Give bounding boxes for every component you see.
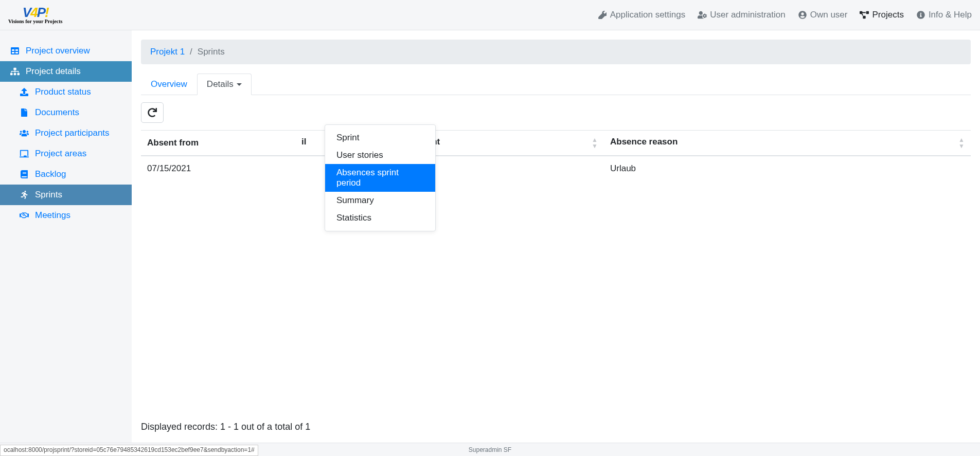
nav-own-user[interactable]: Own user (798, 10, 848, 20)
sidebar-label: Product status (35, 87, 91, 97)
dropdown-absences[interactable]: Absences sprint period (325, 164, 435, 192)
sidebar-label: Documents (35, 107, 79, 118)
browser-statusbar: ocalhost:8000/projsprint/?storeid=05c76e… (0, 445, 258, 456)
tab-overview[interactable]: Overview (141, 74, 197, 95)
sidebar-sprints[interactable]: Sprints (0, 185, 132, 205)
sidebar-label: Sprints (35, 190, 62, 200)
sort-icon: ▲▼ (592, 137, 598, 149)
nav-projects[interactable]: Projects (860, 10, 903, 20)
breadcrumb-separator: / (190, 47, 192, 57)
tabs-bar: Overview Details (141, 74, 971, 95)
nav-user-admin[interactable]: User administration (698, 10, 785, 20)
handshake-icon (19, 211, 30, 220)
dropdown-sprint[interactable]: Sprint (325, 129, 435, 147)
statusbar-text: ocalhost:8000/projsprint/?storeid=05c76e… (4, 446, 255, 453)
absences-table: Absent from il ▲▼ Project participant ▲▼… (141, 130, 971, 181)
nav-label: Application settings (610, 10, 685, 20)
sidebar-label: Project details (26, 66, 81, 77)
sidebar-project-overview[interactable]: Project overview (0, 41, 132, 61)
sidebar-label: Project overview (26, 46, 90, 56)
nav-label: Projects (872, 10, 903, 20)
refresh-icon (148, 108, 157, 117)
sidebar-project-details[interactable]: Project details (0, 61, 132, 82)
sitemap-icon (9, 67, 21, 76)
chalkboard-icon (19, 150, 30, 158)
sidebar-documents[interactable]: Documents (0, 102, 132, 123)
cell-reason: Urlaub (604, 156, 971, 181)
col-absence-reason[interactable]: Absence reason ▲▼ (604, 131, 971, 156)
users-cog-icon (698, 10, 707, 20)
sidebar-meetings[interactable]: Meetings (0, 205, 132, 226)
tab-details[interactable]: Details (197, 74, 252, 95)
user-circle-icon (798, 10, 807, 20)
table-row[interactable]: 07/15/2021 Entwickler Eins Urlaub (141, 156, 971, 181)
nav-label: Info & Help (929, 10, 972, 20)
dropdown-summary[interactable]: Summary (325, 192, 435, 209)
nav-label: User administration (710, 10, 785, 20)
breadcrumb-project-link[interactable]: Projekt 1 (150, 47, 185, 57)
footer-text: Superadmin SF (469, 446, 511, 453)
col-absent-from[interactable]: Absent from (141, 131, 295, 156)
sidebar: Project overview Project details Product… (0, 30, 132, 443)
dropdown-user-stories[interactable]: User stories (325, 147, 435, 164)
nav-label: Own user (810, 10, 848, 20)
sidebar-label: Backlog (35, 169, 66, 179)
sidebar-backlog[interactable]: Backlog (0, 164, 132, 185)
dropdown-statistics[interactable]: Statistics (325, 209, 435, 227)
cell-absent-from: 07/15/2021 (141, 156, 295, 181)
sidebar-project-areas[interactable]: Project areas (0, 143, 132, 164)
tab-label: Overview (151, 79, 187, 89)
sort-icon: ▲▼ (958, 137, 965, 149)
sidebar-label: Project areas (35, 149, 86, 159)
breadcrumb-current: Sprints (198, 47, 225, 57)
running-icon (19, 191, 30, 199)
col-label: Absence reason (610, 137, 678, 147)
sidebar-product-status[interactable]: Product status (0, 82, 132, 102)
project-diagram-icon (860, 10, 869, 20)
logo[interactable]: V4P! Visions for your Projects (8, 6, 62, 24)
refresh-button[interactable] (141, 102, 164, 123)
top-nav: Application settings User administration… (598, 10, 972, 20)
upload-icon (19, 88, 30, 96)
caret-down-icon (237, 83, 242, 86)
book-icon (19, 170, 30, 178)
records-summary: Displayed records: 1 - 1 out of a total … (141, 422, 310, 432)
file-icon (19, 108, 30, 117)
details-dropdown: Sprint User stories Absences sprint peri… (325, 124, 436, 231)
content-area: Projekt 1 / Sprints Overview Details Abs (132, 30, 980, 443)
breadcrumb: Projekt 1 / Sprints (141, 40, 971, 64)
wrench-icon (598, 10, 607, 20)
nav-app-settings[interactable]: Application settings (598, 10, 685, 20)
col-label: Absent from (147, 138, 199, 148)
table-icon (9, 47, 21, 55)
info-circle-icon (916, 10, 925, 20)
sidebar-label: Meetings (35, 210, 70, 221)
toolbar (132, 95, 980, 130)
col-label: il (301, 137, 306, 147)
sidebar-project-participants[interactable]: Project participants (0, 123, 132, 143)
nav-info-help[interactable]: Info & Help (916, 10, 972, 20)
header-bar: V4P! Visions for your Projects Applicati… (0, 0, 980, 30)
tab-label: Details (207, 79, 234, 89)
sidebar-label: Project participants (35, 128, 110, 138)
users-icon (19, 129, 30, 137)
